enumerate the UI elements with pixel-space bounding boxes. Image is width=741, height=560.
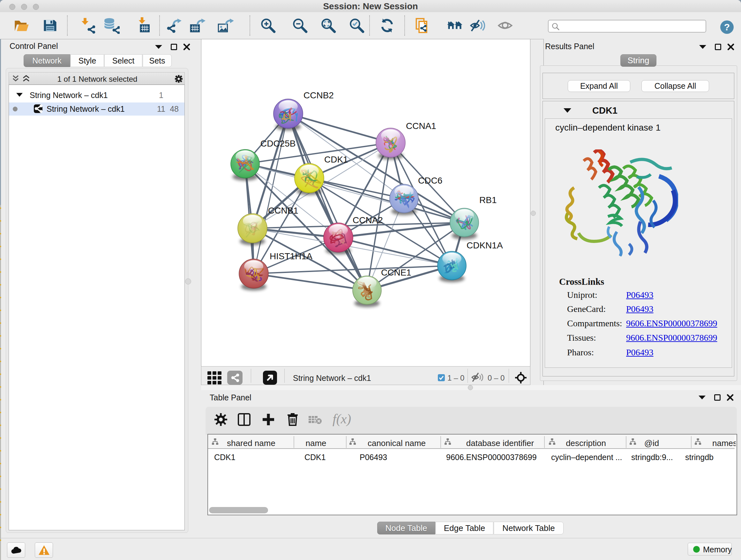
svg-text:CCNB2: CCNB2 xyxy=(304,90,334,100)
svg-text:HIST1H1A: HIST1H1A xyxy=(270,251,313,261)
svg-text:CCNE1: CCNE1 xyxy=(381,267,411,277)
svg-text:CCNA2: CCNA2 xyxy=(353,215,383,225)
svg-text:CDKN1A: CDKN1A xyxy=(467,240,503,250)
svg-text:CDK1: CDK1 xyxy=(324,154,348,165)
svg-text:CCNB1: CCNB1 xyxy=(268,206,298,215)
svg-text:CDC25B: CDC25B xyxy=(260,138,295,148)
svg-text:CCNA1: CCNA1 xyxy=(406,121,436,131)
svg-text:CDC6: CDC6 xyxy=(418,176,442,186)
svg-text:RB1: RB1 xyxy=(479,195,496,205)
